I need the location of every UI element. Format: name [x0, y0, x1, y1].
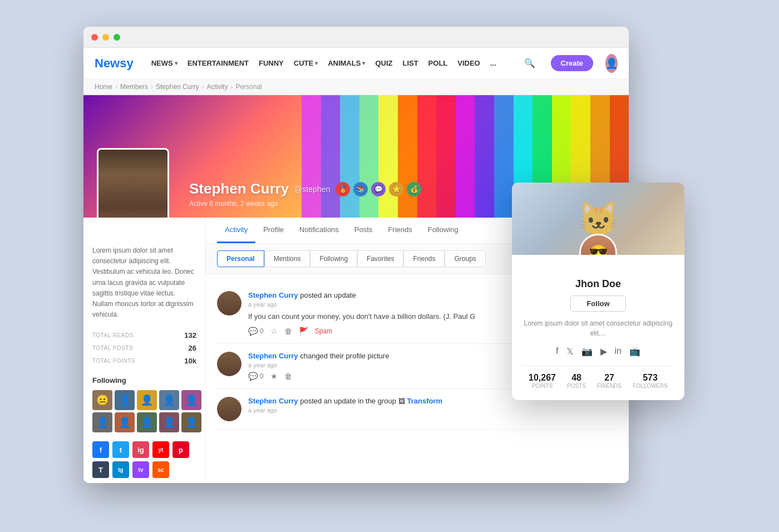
star-icon: ☆ [270, 327, 278, 336]
nav-item-entertainment[interactable]: ENTERTAINMENT [188, 59, 249, 67]
comment-icon: 💬 [248, 372, 258, 381]
site-logo[interactable]: Newsy [95, 56, 134, 71]
card-body: Jhon Doe Follow Lorem ipsum dolor sit am… [512, 255, 684, 400]
nav-item-list[interactable]: LIST [402, 59, 418, 67]
card-follow-button[interactable]: Follow [570, 295, 625, 312]
browser-maximize-dot[interactable] [114, 34, 120, 41]
star-action-1[interactable]: ☆ [270, 327, 278, 336]
nav-items: NEWS ▾ ENTERTAINMENT FUNNY CUTE ▾ ANIMAL… [151, 59, 496, 67]
act-user-link-3[interactable]: Stephen Curry [248, 397, 298, 405]
act-user-link-1[interactable]: Stephen Curry [248, 291, 298, 299]
following-thumb-4[interactable]: 👤 [159, 390, 179, 410]
subtab-groups[interactable]: Groups [445, 250, 485, 267]
following-thumb-7[interactable]: 👤 [115, 412, 135, 432]
tab-activity[interactable]: Activity [217, 218, 255, 243]
breadcrumb-activity[interactable]: Activity [206, 83, 228, 91]
nav-item-cute[interactable]: CUTE ▾ [294, 59, 318, 67]
telegram-icon[interactable]: tg [112, 461, 129, 478]
following-thumb-10[interactable]: 👤 [181, 412, 201, 432]
soundcloud-icon[interactable]: sc [152, 461, 169, 478]
scene: Newsy NEWS ▾ ENTERTAINMENT FUNNY CUTE ▾ … [83, 27, 696, 505]
trash-icon: 🗑 [284, 372, 292, 381]
cat-emoji: 🐱 [578, 199, 619, 239]
following-section-title: Following [92, 376, 196, 385]
nav-item-video[interactable]: VIDEO [457, 59, 480, 67]
search-icon[interactable]: 🔍 [521, 55, 539, 72]
tab-posts[interactable]: Posts [347, 218, 381, 243]
profile-card: 🐱 😎 ⭐ Jhon Doe Follow Lorem ipsum dolor … [512, 183, 684, 400]
stat-row-points: TOTAL POINTS: 10k [92, 354, 196, 367]
following-thumb-5[interactable]: 👤 [181, 390, 201, 410]
tab-friends[interactable]: Friends [380, 218, 420, 243]
breadcrumb-stephen-curry[interactable]: Stephen Curry [156, 83, 199, 91]
subtab-favorites[interactable]: Favorites [357, 250, 403, 267]
nav-item-poll[interactable]: POLL [428, 59, 448, 67]
flag-action-1[interactable]: 🚩 [299, 327, 308, 336]
stripe [475, 95, 494, 218]
card-facebook-icon[interactable]: f [556, 346, 558, 357]
twitch-icon[interactable]: tv [132, 461, 149, 478]
card-stat-label-posts: Posts [567, 383, 586, 389]
tab-following[interactable]: Following [420, 218, 466, 243]
following-thumb-9[interactable]: 👤 [159, 412, 179, 432]
browser-minimize-dot[interactable] [102, 34, 109, 41]
sidebar: Lorem ipsum dolor sit amet consectetur a… [83, 218, 206, 482]
twitter-icon[interactable]: t [112, 441, 129, 458]
facebook-icon[interactable]: f [92, 441, 109, 458]
flag-icon: 🚩 [299, 327, 308, 336]
cover-username: Stephen Curry @stephen 🏅 📚 💬 ⭐ 💰 [189, 180, 421, 198]
delete-action-2[interactable]: 🗑 [284, 372, 292, 381]
comment-action-2[interactable]: 💬 0 [248, 372, 264, 381]
star-action-2[interactable]: ★ [270, 372, 278, 381]
sidebar-stats: TOTAL READS: 132 TOTAL POSTS: 26 TOTAL P… [92, 329, 196, 367]
card-username: Jhon Doe [523, 278, 673, 290]
comment-action-1[interactable]: 💬 0 [248, 327, 264, 336]
subtab-mentions[interactable]: Mentions [264, 250, 310, 267]
subtab-personal[interactable]: Personal [217, 250, 264, 267]
card-stat-value-followers: 573 [633, 373, 668, 383]
stat-row-posts: TOTAL POSTS: 26 [92, 342, 196, 354]
tumblr-icon[interactable]: T [92, 461, 109, 478]
user-avatar[interactable]: 👤 [605, 54, 618, 73]
tab-notifications[interactable]: Notifications [292, 218, 347, 243]
breadcrumb: Home › Members › Stephen Curry › Activit… [83, 79, 629, 95]
following-thumb-3[interactable]: 👤 [137, 390, 157, 410]
act-avatar-3[interactable] [217, 397, 241, 421]
breadcrumb-members[interactable]: Members [120, 83, 148, 91]
nav-item-news[interactable]: NEWS ▾ [151, 59, 178, 67]
card-cover: 🐱 😎 ⭐ [512, 183, 684, 255]
nav-item-quiz[interactable]: QUIZ [375, 59, 392, 67]
breadcrumb-home[interactable]: Home [95, 83, 112, 91]
card-stat-friends: 27 Friends [597, 373, 622, 389]
act-user-link-2[interactable]: Stephen Curry [248, 352, 298, 360]
youtube-icon[interactable]: yt [152, 441, 169, 458]
spam-action-1[interactable]: Spam [315, 327, 332, 335]
browser-close-dot[interactable] [91, 34, 98, 41]
act-avatar-2[interactable] [217, 352, 241, 376]
card-youtube-icon[interactable]: ▶ [600, 346, 607, 357]
following-thumb-8[interactable]: 👤 [137, 412, 157, 432]
card-twitter-icon[interactable]: 𝕏 [566, 346, 574, 357]
following-thumb-2[interactable]: 👤 [115, 390, 135, 410]
nav-item-more[interactable]: ... [490, 59, 496, 67]
tab-profile[interactable]: Profile [255, 218, 292, 243]
instagram-icon[interactable]: ig [132, 441, 149, 458]
nav-item-animals[interactable]: ANIMALS ▾ [328, 59, 365, 67]
nav-item-funny[interactable]: FUNNY [259, 59, 284, 67]
create-button[interactable]: Create [551, 55, 593, 71]
pinterest-icon[interactable]: p [172, 441, 189, 458]
card-twitch-icon[interactable]: 📺 [629, 346, 640, 357]
subtab-friends[interactable]: Friends [403, 250, 445, 267]
subtab-following[interactable]: Following [310, 250, 357, 267]
delete-action-1[interactable]: 🗑 [284, 327, 292, 336]
following-thumb-6[interactable]: 👤 [92, 412, 112, 432]
active-status: Active 8 months, 2 weeks ago [189, 200, 421, 208]
group-link-1[interactable]: Transform [407, 397, 443, 405]
following-thumb-1[interactable]: 😐 [92, 390, 112, 410]
card-linkedin-icon[interactable]: in [615, 346, 622, 357]
act-avatar-1[interactable] [217, 291, 241, 316]
star-icon: ★ [270, 372, 278, 381]
card-instagram-icon[interactable]: 📷 [581, 346, 593, 357]
card-stat-value-friends: 27 [597, 373, 622, 383]
navbar: Newsy NEWS ▾ ENTERTAINMENT FUNNY CUTE ▾ … [83, 48, 629, 79]
